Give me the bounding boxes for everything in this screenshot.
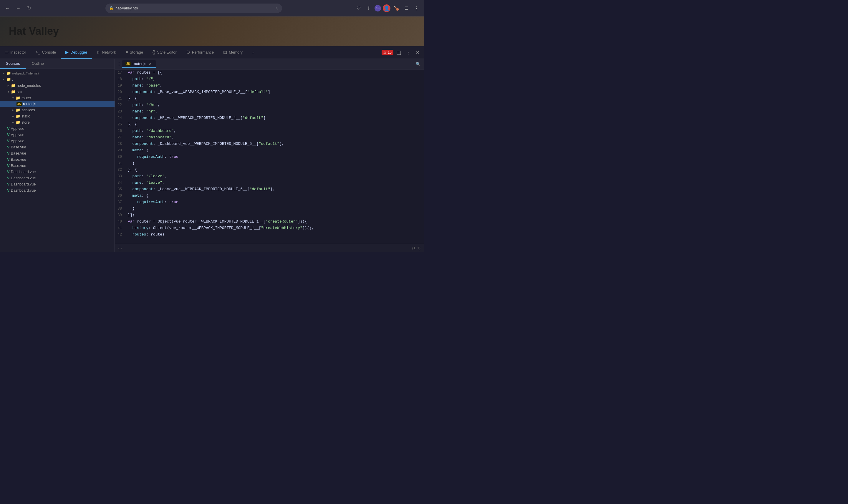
tree-item-router[interactable]: ▼ 📁 router: [0, 95, 114, 101]
search-code-icon[interactable]: 🔍: [413, 61, 423, 68]
shield-icon-btn[interactable]: 🛡: [355, 4, 363, 12]
tab-performance[interactable]: ⏱ Performance: [181, 46, 218, 58]
arrow-icon: ►: [12, 109, 14, 112]
tree-item-app-vue-2[interactable]: V App.vue: [0, 131, 114, 138]
tree-item-dashboard-vue-2[interactable]: V Dashboard.vue: [0, 175, 114, 181]
tree-item-src[interactable]: ▼ 📁 src: [0, 89, 114, 95]
profile-badge[interactable]: 15: [375, 5, 381, 12]
tree-item-base-vue-3[interactable]: V Base.vue: [0, 156, 114, 162]
vue-file-icon: V: [7, 188, 10, 193]
format-icon[interactable]: { }: [119, 246, 122, 250]
url-text: hat-valley.htb: [115, 6, 138, 10]
tree-item-dot[interactable]: ▼ 📁 .: [0, 76, 114, 83]
tab-outline[interactable]: Outline: [26, 59, 50, 69]
tree-item-router-js[interactable]: JS router.js: [0, 101, 114, 107]
address-bar[interactable]: 🔒 hat-valley.htb ☆: [105, 3, 282, 13]
back-button[interactable]: ←: [3, 4, 12, 12]
debugger-icon: ▶: [65, 50, 69, 54]
arrow-open-icon: ▼: [12, 96, 14, 100]
devtools-more-btn[interactable]: ⋮: [404, 48, 412, 56]
code-line: 26 path: "/dashboard",: [115, 128, 424, 134]
code-line: 17 var routes = [{: [115, 70, 424, 76]
vue-file-icon: V: [7, 169, 10, 174]
vue-file-icon: V: [7, 176, 10, 180]
code-line: 42 routes: routes: [115, 231, 424, 238]
vue-file-icon: V: [7, 145, 10, 149]
code-tab-router-js[interactable]: JS router.js ✕: [122, 60, 156, 68]
download-icon-btn[interactable]: ⇓: [364, 4, 373, 12]
vue-file-icon: V: [7, 132, 10, 137]
tab-style-editor[interactable]: {} Style Editor: [148, 46, 181, 58]
browser-icons-right: 🛡 ⇓ 15 👤 🍗 ☰ ⋮: [355, 4, 420, 12]
tab-inspector[interactable]: ▭ Inspector: [0, 46, 31, 58]
code-line: 30 requiresAuth: true: [115, 154, 424, 160]
tab-console[interactable]: >_ Console: [31, 46, 61, 58]
devtools-close-btn[interactable]: ✕: [413, 48, 422, 56]
sidebar-toggle-icon[interactable]: ⋮: [116, 61, 122, 67]
vue-file-icon: V: [7, 182, 10, 186]
tree-item-app-vue-1[interactable]: V App.vue: [0, 125, 114, 131]
sidebar: Sources Outline ► 📁 webpack://internal/ …: [0, 59, 115, 252]
devtools-toolbar: ▭ Inspector >_ Console ▶ Debugger ⇅ Netw…: [0, 46, 424, 59]
split-view-btn[interactable]: ◫: [395, 48, 403, 56]
code-line: 22 path: "/hr",: [115, 102, 424, 108]
sidebar-tabs: Sources Outline: [0, 59, 114, 69]
tab-debugger[interactable]: ▶ Debugger: [61, 46, 92, 58]
browser-chrome: ← → ↻ 🔒 hat-valley.htb ☆ 🛡 ⇓ 15 👤 🍗 ☰ ⋮: [0, 0, 424, 17]
code-line: 19 name: "base",: [115, 83, 424, 89]
forward-button[interactable]: →: [14, 4, 22, 12]
tree-item-app-vue-3[interactable]: V App.vue: [0, 138, 114, 144]
error-badge[interactable]: ⚠ 16: [382, 50, 393, 55]
tree-item-services[interactable]: ► 📁 services: [0, 107, 114, 113]
reload-button[interactable]: ↻: [25, 4, 33, 12]
tree-item-base-vue-2[interactable]: V Base.vue: [0, 150, 114, 156]
performance-icon: ⏱: [186, 50, 190, 54]
arrow-open-icon: ▼: [2, 78, 5, 81]
code-tab-close-btn[interactable]: ✕: [148, 61, 152, 66]
code-tab-label: router.js: [132, 61, 146, 66]
code-line: 39 }];: [115, 212, 424, 218]
status-bar: { } (1, 1): [115, 244, 424, 252]
tab-memory[interactable]: ▤ Memory: [218, 46, 247, 58]
tree-item-base-vue-4[interactable]: V Base.vue: [0, 162, 114, 169]
tab-sources[interactable]: Sources: [0, 59, 26, 69]
folder-icon: 📁: [11, 90, 16, 94]
cursor-position: (1, 1): [412, 246, 420, 250]
error-icon: ⚠: [383, 50, 386, 54]
arrow-icon: ►: [7, 84, 10, 87]
tab-network[interactable]: ⇅ Network: [92, 46, 121, 58]
code-line: 38 }: [115, 205, 424, 212]
ext-icon-btn[interactable]: 🍗: [392, 4, 400, 12]
storage-icon: ■: [125, 50, 128, 54]
code-line: 28 component: _Dashboard_vue__WEBPACK_IM…: [115, 141, 424, 147]
avatar-btn[interactable]: 👤: [383, 4, 391, 12]
code-line: 31 }: [115, 160, 424, 167]
code-line: 24 component: _HR_vue__WEBPACK_IMPORTED_…: [115, 115, 424, 121]
vue-file-icon: V: [7, 126, 10, 131]
tree-item-dashboard-vue-1[interactable]: V Dashboard.vue: [0, 169, 114, 175]
tab-more[interactable]: »: [247, 46, 259, 58]
code-line: 36 meta: {: [115, 193, 424, 199]
tree-item-webpack[interactable]: ► 📁 webpack://internal/: [0, 70, 114, 76]
devtools-toolbar-right: ⚠ 16 ◫ ⋮ ✕: [382, 46, 424, 58]
code-line: 20 component: _Base_vue__WEBPACK_IMPORTE…: [115, 89, 424, 95]
code-line: 34 name: "leave",: [115, 180, 424, 186]
code-content[interactable]: 17 var routes = [{ 18 path: "/", 19 name…: [115, 70, 424, 244]
console-icon: >_: [35, 50, 40, 54]
menu-btn[interactable]: ⋮: [412, 4, 420, 12]
extensions-btn[interactable]: ☰: [402, 4, 411, 12]
tree-item-node-modules[interactable]: ► 📁 node_modules: [0, 83, 114, 89]
code-line: 21 }, {: [115, 95, 424, 102]
tree-item-store[interactable]: ► 📁 store: [0, 119, 114, 125]
folder-icon: 📁: [6, 71, 11, 75]
file-tree: ► 📁 webpack://internal/ ▼ 📁 . ► 📁 node_m…: [0, 69, 114, 252]
tree-item-dashboard-vue-4[interactable]: V Dashboard.vue: [0, 187, 114, 194]
code-line: 25 }, {: [115, 121, 424, 128]
tree-item-base-vue-1[interactable]: V Base.vue: [0, 144, 114, 150]
tree-item-static[interactable]: ► 📁 static: [0, 113, 114, 119]
tab-storage[interactable]: ■ Storage: [121, 46, 148, 58]
tree-item-dashboard-vue-3[interactable]: V Dashboard.vue: [0, 181, 114, 187]
code-line: 32 }, {: [115, 167, 424, 173]
arrow-icon: ►: [12, 115, 14, 118]
code-tabs-right: 🔍: [413, 61, 423, 68]
